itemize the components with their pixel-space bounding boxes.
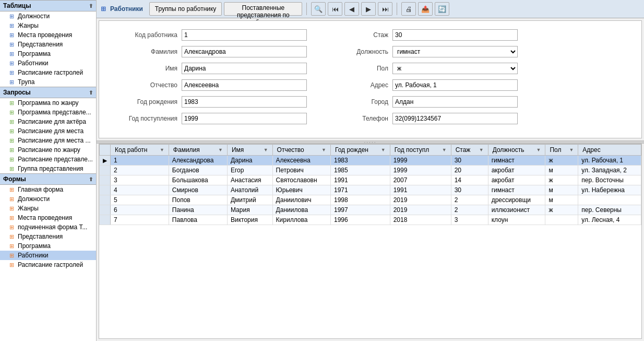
col-imya[interactable]: Имя▼ [227, 145, 272, 156]
imya-input[interactable] [182, 63, 307, 74]
familiya-input[interactable] [182, 46, 307, 57]
otchestvo-input[interactable] [182, 79, 307, 91]
search-button[interactable]: 🔍 [311, 2, 326, 16]
sidebar-item-q4[interactable]: ⊞Расписание для места [0, 126, 96, 136]
otchestvo-label: Отчество [110, 81, 177, 89]
sidebar-item-q3[interactable]: ⊞Расписание для актёра [0, 117, 96, 126]
cell-pol: ж [545, 156, 578, 166]
adres-input[interactable] [392, 79, 518, 91]
next-record-button[interactable]: ▶ [361, 2, 376, 16]
table-row[interactable]: 4СмирновАнатолийЮрьевич1971199130гимнаст… [100, 185, 641, 195]
sidebar-item-q1[interactable]: ⊞Программа по жанру [0, 98, 96, 108]
table-row[interactable]: 6ПанинаМарияДаниилова199720192иллюзионис… [100, 205, 641, 215]
prev-record-button[interactable]: ◀ [344, 2, 359, 16]
telefon-input[interactable] [392, 113, 518, 124]
sidebar-item-f2[interactable]: ⊞Должности [0, 194, 96, 204]
sidebar-item-f5[interactable]: ⊞подчиненная форма Т... [0, 222, 96, 232]
row-indicator [100, 166, 111, 175]
table-row[interactable]: 5ПоповДмитрийДаниилович199820192дрессиро… [100, 195, 641, 205]
col-god-rozhd[interactable]: Год рожден▼ [330, 145, 390, 156]
cell-imya: Виктория [227, 215, 272, 225]
kod-input[interactable] [182, 29, 307, 41]
cell-dolzhnost: акробат [488, 175, 545, 185]
print-button[interactable]: 🖨 [401, 2, 416, 16]
table-row[interactable]: 2БогдановЕгорПетрович1985199920акробатму… [100, 166, 641, 175]
form-row-4: Отчество Адрес [110, 79, 631, 91]
cell-stazh: 14 [451, 175, 488, 185]
sidebar-label-q1: Программа по жанру [18, 99, 79, 107]
sidebar-icon-predstavleniya: ⊞ [7, 41, 16, 48]
section-toggle-tables[interactable]: ⬆ [89, 3, 93, 9]
sidebar-icon-f2: ⊞ [7, 196, 16, 202]
col-familiya[interactable]: Фамилия▼ [169, 145, 227, 156]
toolbar-separator-2 [397, 3, 397, 15]
cell-adres: ул. Набережна [578, 185, 641, 195]
first-record-button[interactable]: ⏮ [328, 2, 342, 16]
god-postupleniya-label: Год поступления [110, 115, 177, 122]
cell-pol: ж [545, 205, 578, 215]
sidebar-item-f3[interactable]: ⊞Жанры [0, 204, 96, 213]
section-header-tables[interactable]: Таблицы⬆ [0, 0, 96, 11]
sidebar-item-zhanry[interactable]: ⊞Жанры [0, 21, 96, 30]
groups-button[interactable]: Труппы по работнику [149, 2, 222, 16]
toolbar: ⊞ Работники Труппы по работнику Поставле… [97, 0, 644, 18]
cell-god_rozhd: 1998 [330, 195, 390, 205]
table-row[interactable]: ▶1АлександроваДаринаАлексеевна1983199930… [100, 156, 641, 166]
row-indicator-header [100, 145, 111, 156]
cell-god_rozhd: 1983 [330, 156, 390, 166]
cell-god_rozhd: 1991 [330, 175, 390, 185]
sidebar-item-mesta[interactable]: ⊞Места проведения [0, 30, 96, 40]
cell-otchestvo: Кириллова [272, 215, 330, 225]
sidebar-item-q2[interactable]: ⊞Программа представле... [0, 108, 96, 117]
sidebar-item-f7[interactable]: ⊞Программа [0, 241, 96, 251]
sidebar-item-q8[interactable]: ⊞Группа представления [0, 164, 96, 173]
sidebar-item-f8[interactable]: ⊞Работники [0, 251, 96, 260]
sidebar-item-rabotniki[interactable]: ⊞Работники [0, 58, 96, 68]
god-postupleniya-input[interactable] [182, 113, 307, 124]
col-adres[interactable]: Адрес [578, 145, 641, 156]
table-row[interactable]: 7ПавловаВикторияКириллова199620183клоуну… [100, 215, 641, 225]
sidebar-item-f9[interactable]: ⊞Расписание гастролей [0, 260, 96, 269]
section-header-forms[interactable]: Формы⬆ [0, 173, 96, 185]
table-row[interactable]: 3БольшаковаАнастасияСвятославовн19912007… [100, 175, 641, 185]
sidebar-item-q7[interactable]: ⊞Расписание представле... [0, 155, 96, 164]
sidebar-label-q3: Расписание для актёра [18, 118, 86, 125]
refresh-button[interactable]: 🔄 [435, 2, 449, 16]
sidebar-item-q6[interactable]: ⊞Расписание по жанру [0, 145, 96, 155]
sidebar-item-dolzhnosti[interactable]: ⊞Должности [0, 11, 96, 21]
sidebar-item-q5[interactable]: ⊞Расписание для места ... [0, 136, 96, 145]
col-god-postup[interactable]: Год поступл▼ [390, 145, 451, 156]
section-header-queries[interactable]: Запросы⬆ [0, 87, 96, 98]
sidebar-item-raspisanie[interactable]: ⊞Расписание гастролей [0, 68, 96, 77]
sidebar-item-programma[interactable]: ⊞Программа [0, 49, 96, 58]
dolzhnost-select[interactable]: гимнаст акробат дрессировщик иллюзионист… [392, 46, 518, 57]
col-kod[interactable]: Код работн▼ [111, 145, 169, 156]
sidebar-item-gruppa[interactable]: ⊞Трупа [0, 77, 96, 87]
cell-god_postup: 1999 [390, 166, 451, 175]
pol-select[interactable]: ж м [392, 63, 518, 74]
views-button[interactable]: Поставленные представления по работнику [224, 2, 302, 16]
sidebar-item-f4[interactable]: ⊞Места проведения [0, 213, 96, 222]
stazh-label: Стаж [341, 31, 388, 39]
col-dolzhnost[interactable]: Должность▼ [488, 145, 545, 156]
cell-stazh: 3 [451, 215, 488, 225]
export-button[interactable]: 📤 [418, 2, 433, 16]
sidebar-item-f6[interactable]: ⊞Представления [0, 232, 96, 241]
cell-familiya: Павлова [169, 215, 227, 225]
cell-kod: 6 [111, 205, 169, 215]
stazh-input[interactable] [392, 29, 518, 41]
sidebar-item-f1[interactable]: ⊞Главная форма [0, 185, 96, 194]
sidebar-item-predstavleniya[interactable]: ⊞Представления [0, 40, 96, 49]
col-pol[interactable]: Пол▼ [545, 145, 578, 156]
god-rozhdeniya-input[interactable] [182, 96, 307, 108]
col-stazh[interactable]: Стаж▼ [451, 145, 488, 156]
cell-otchestvo: Даниилович [272, 195, 330, 205]
section-toggle-forms[interactable]: ⬆ [89, 177, 93, 182]
section-toggle-queries[interactable]: ⬆ [89, 90, 93, 96]
cell-dolzhnost: гимнаст [488, 156, 545, 166]
gorod-input[interactable] [392, 96, 518, 108]
workers-grid[interactable]: Код работн▼ Фамилия▼ Имя▼ Отчество▼ Год … [99, 144, 642, 339]
last-record-button[interactable]: ⏭ [378, 2, 392, 16]
col-otchestvo[interactable]: Отчество▼ [272, 145, 330, 156]
cell-imya: Дарина [227, 156, 272, 166]
